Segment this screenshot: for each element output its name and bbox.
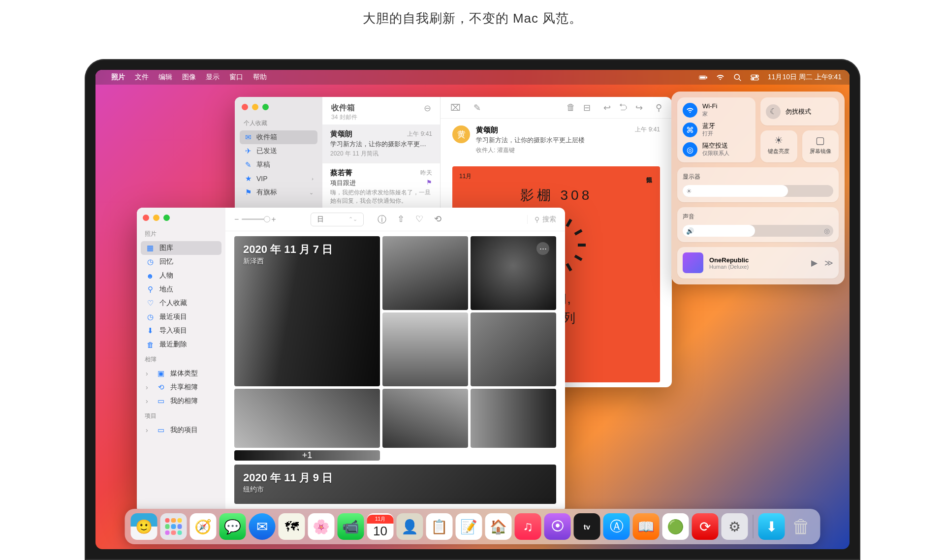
cc-display-slider[interactable]: 显示器 ☀︎ [677, 167, 839, 202]
menu-app-name[interactable]: 照片 [111, 73, 125, 82]
wifi-icon[interactable] [716, 73, 724, 82]
dock-launchpad[interactable] [160, 513, 187, 540]
ph-nav-label: 最近删除 [159, 340, 187, 349]
dock-downloads[interactable]: ⬇︎ [758, 513, 785, 540]
archive-icon[interactable]: ⌧ [450, 102, 461, 113]
rotate-icon[interactable]: ⟲ [434, 214, 441, 225]
photo-thumbnail[interactable] [471, 312, 556, 386]
dock-update[interactable]: ⟳ [692, 513, 719, 540]
spotlight-icon[interactable] [733, 73, 742, 82]
play-icon[interactable]: ▶ [811, 258, 818, 268]
ph-nav-memories[interactable]: ◷回忆 [141, 255, 221, 269]
info-icon[interactable]: ⓘ [378, 214, 386, 225]
dock-findmy[interactable]: 🟢 [662, 513, 689, 540]
photo-thumbnail[interactable] [382, 312, 468, 386]
dock-photos[interactable]: 🌸 [308, 513, 335, 540]
mail-section-favorites: 个人收藏 [244, 119, 317, 127]
mail-message-item[interactable]: 蔡若菁昨天 项目跟进⚑ 嗨，我把你的请求发给陈娅名了，一旦她有回复，我会尽快通知… [322, 163, 440, 211]
ph-nav-library[interactable]: ▦图库 [141, 241, 221, 255]
mail-nav-sent[interactable]: ✈︎已发送 [240, 144, 317, 158]
more-button[interactable]: ⋯ [536, 242, 549, 255]
photo-thumbnail-overflow[interactable]: +1 [234, 450, 380, 461]
mail-nav-drafts[interactable]: ✎草稿 [240, 158, 317, 172]
mailbox-title: 收件箱 [331, 103, 357, 113]
ph-nav-deleted[interactable]: 🗑最近删除 [141, 338, 221, 351]
next-track-icon[interactable]: ≫ [824, 258, 833, 268]
zoom-button[interactable] [163, 215, 170, 221]
cc-now-playing[interactable]: OneRepublicHuman (Deluxe) ▶≫ [677, 247, 839, 279]
dock-contacts[interactable]: 👤 [397, 513, 423, 540]
mail-message-item[interactable]: 黄颂朗上午 9:41 学习新方法，让你的摄影水平更… 2020 年 11 月简讯 [322, 124, 440, 163]
mail-nav-vip[interactable]: ★VIP› [240, 172, 317, 186]
reply-all-icon[interactable]: ⮌ [619, 102, 628, 113]
dock-reminders[interactable]: 📋 [426, 513, 453, 540]
dock-home[interactable]: 🏠 [485, 513, 512, 540]
dock-finder[interactable]: 🙂 [131, 513, 158, 540]
cc-screen-mirror[interactable]: ▢屏幕镜像 [802, 130, 839, 162]
ph-nav-places[interactable]: ⚲地点 [141, 282, 221, 296]
dock-messages[interactable]: 💬 [220, 513, 246, 540]
cc-sound-slider[interactable]: 声音 🔊◎ [677, 207, 839, 242]
airplay-audio-icon[interactable]: ◎ [824, 227, 830, 235]
view-segmented[interactable]: 日⌃⌄ [311, 213, 364, 226]
ph-nav-favorites[interactable]: ♡个人收藏 [141, 296, 221, 310]
cc-wifi[interactable]: Wi-Fi家 [683, 103, 750, 118]
ph-nav-projects[interactable]: ›▭我的项目 [141, 423, 221, 437]
dock-notes[interactable]: 📝 [456, 513, 482, 540]
close-button[interactable] [143, 215, 149, 221]
dock-books[interactable]: 📖 [633, 513, 660, 540]
cc-dnd[interactable]: ☾勿扰模式 [760, 97, 839, 125]
menu-window[interactable]: 窗口 [229, 73, 243, 82]
menu-help[interactable]: 帮助 [253, 73, 267, 82]
compose-icon[interactable]: ✎ [473, 102, 481, 113]
battery-icon[interactable] [699, 73, 707, 82]
cc-airdrop[interactable]: ◎隔空投送仅限联系人 [683, 142, 750, 157]
ph-nav-myalbums[interactable]: ›▭我的相簿 [141, 394, 221, 408]
dock-maps[interactable]: 🗺 [279, 513, 305, 540]
photo-thumbnail[interactable] [382, 236, 468, 310]
minimize-button[interactable] [252, 104, 258, 110]
forward-icon[interactable]: ↪ [635, 102, 643, 113]
cc-bluetooth[interactable]: ⌘蓝牙打开 [683, 123, 750, 137]
search-icon[interactable]: ⚲ [656, 102, 662, 113]
photos-search[interactable]: ⚲搜索 [527, 215, 556, 224]
favorite-icon[interactable]: ♡ [415, 214, 423, 225]
dock-appstore[interactable]: Ⓐ [603, 513, 630, 540]
reply-icon[interactable]: ↩ [603, 102, 611, 113]
share-icon[interactable]: ⇧ [397, 214, 405, 225]
cc-keyboard-brightness[interactable]: ☀︎键盘亮度 [760, 130, 797, 162]
menu-image[interactable]: 图像 [182, 73, 196, 82]
dock-podcasts[interactable]: ⦿ [544, 513, 571, 540]
dock-calendar[interactable]: 11月10 [367, 513, 394, 540]
filter-icon[interactable]: ⊖ [424, 103, 431, 114]
zoom-slider[interactable]: −+ [234, 215, 276, 224]
mail-nav-inbox[interactable]: ✉︎收件箱 [240, 130, 317, 144]
menu-file[interactable]: 文件 [135, 73, 149, 82]
photo-thumbnail[interactable] [471, 389, 556, 448]
dock-mail[interactable]: ✉︎ [249, 513, 276, 540]
mail-nav-flagged[interactable]: ⚑有旗标⌄ [240, 186, 317, 199]
photo-thumbnail[interactable] [234, 389, 380, 448]
photo-thumbnail[interactable] [382, 389, 468, 448]
junk-icon[interactable]: ⊟ [583, 102, 591, 113]
dock-facetime[interactable]: 📹 [338, 513, 364, 540]
close-button[interactable] [242, 104, 248, 110]
ph-nav-media[interactable]: ›▣媒体类型 [141, 367, 221, 380]
dock-safari[interactable]: 🧭 [190, 513, 217, 540]
trash-icon[interactable]: 🗑 [567, 102, 575, 113]
menu-view[interactable]: 显示 [206, 73, 220, 82]
zoom-button[interactable] [262, 104, 269, 110]
dock-tv[interactable]: tv [574, 513, 600, 540]
dock-music[interactable]: ♫ [515, 513, 541, 540]
ph-nav-recents[interactable]: ◷最近项目 [141, 310, 221, 324]
speaker-icon: 🔊 [686, 227, 694, 235]
menubar-datetime[interactable]: 11月10日 周二 上午9:41 [768, 73, 842, 82]
ph-nav-people[interactable]: ☻人物 [141, 269, 221, 282]
ph-nav-imports[interactable]: ⬇︎导入项目 [141, 324, 221, 338]
dock-trash[interactable]: 🗑 [788, 513, 815, 540]
menu-edit[interactable]: 编辑 [158, 73, 172, 82]
control-center-icon[interactable] [751, 73, 759, 82]
minimize-button[interactable] [153, 215, 159, 221]
ph-nav-shared[interactable]: ›⟲共享相簿 [141, 380, 221, 394]
dock-settings[interactable]: ⚙︎ [722, 513, 748, 540]
